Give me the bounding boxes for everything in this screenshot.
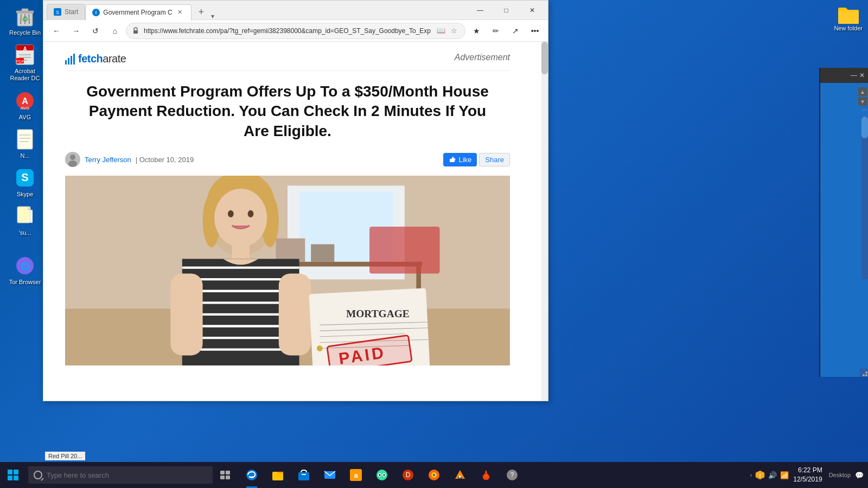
right-panel-close[interactable]: ✕ <box>859 72 865 79</box>
like-button[interactable]: Like <box>443 153 477 166</box>
daemon-icon: D <box>402 469 414 481</box>
lock-icon <box>132 27 139 35</box>
tripadvisor-icon <box>376 469 388 481</box>
svg-text:AVG: AVG <box>21 106 29 111</box>
scrollbar-thumb[interactable] <box>541 42 548 74</box>
vlc-icon: ▶ <box>454 469 466 481</box>
taskbar-app-mail[interactable] <box>317 462 343 488</box>
desktop-icon-recycle-bin[interactable]: ♻ Recycle Bin <box>5 5 44 36</box>
firefox-icon <box>428 469 440 481</box>
right-panel-header: — ✕ <box>820 68 868 83</box>
recycle-bin-label: Recycle Bin <box>9 29 41 36</box>
tab-start[interactable]: S Start <box>47 4 85 20</box>
maximize-button[interactable]: □ <box>494 2 519 19</box>
forward-button[interactable]: → <box>67 22 85 40</box>
article-container: fetcharate Advertisement Government Prog… <box>43 42 532 376</box>
share-icon[interactable]: ↗ <box>507 22 524 40</box>
address-bar[interactable]: 📖 ☆ <box>126 23 465 39</box>
resize-handle[interactable] <box>859 368 868 377</box>
taskbar-time[interactable]: 6:22 PM 12/5/2019 <box>793 466 822 484</box>
close-button[interactable]: ✕ <box>520 2 545 19</box>
svg-rect-88 <box>298 472 309 480</box>
desktop-icon-skype[interactable]: S Skype <box>5 167 44 198</box>
up-arrow[interactable]: ▲ <box>858 87 867 96</box>
task-view-button[interactable] <box>215 464 237 486</box>
share-button[interactable]: Share <box>479 153 510 166</box>
article-header: fetcharate Advertisement <box>65 53 510 65</box>
windows-logo-icon <box>8 470 18 480</box>
more-options-icon[interactable]: ··· <box>861 106 867 113</box>
thumbs-up-icon <box>449 156 456 163</box>
taskbar-app-vlc[interactable]: ▶ <box>447 462 473 488</box>
author-avatar <box>65 152 80 167</box>
system-tray-icons: › ! 🔊 📶 <box>750 470 789 480</box>
taskbar-app-tripadvisor[interactable] <box>369 462 395 488</box>
desktop-icon-acrobat[interactable]: A PDF Acrobat Reader DC <box>5 44 44 82</box>
svg-point-55 <box>248 210 254 217</box>
taskbar-app-explorer[interactable] <box>265 462 291 488</box>
nav-right-icons: ★ ✏ ↗ ••• <box>468 22 544 40</box>
tor-icon: 🌐 <box>14 255 36 277</box>
tor-label: Tor Browser <box>9 279 41 286</box>
svg-rect-47 <box>311 245 334 262</box>
taskbar-app-burn[interactable] <box>473 462 499 488</box>
govt-tab-close[interactable]: ✕ <box>176 8 184 17</box>
home-button[interactable]: ⌂ <box>106 22 124 40</box>
taskbar-app-daemon[interactable]: D <box>395 462 421 488</box>
svg-rect-89 <box>302 474 306 475</box>
article-date: | October 10, 2019 <box>136 156 194 164</box>
svg-point-102 <box>433 474 435 476</box>
desktop-icon-su-file[interactable]: 'su... <box>5 206 44 236</box>
generic-app-icon: ? <box>506 469 518 481</box>
back-button[interactable]: ← <box>48 22 65 40</box>
desktop-icon-new-folder[interactable]: New folder <box>834 5 863 31</box>
taskbar-search[interactable] <box>28 466 213 484</box>
explorer-icon <box>272 469 284 481</box>
acrobat-label: Acrobat Reader DC <box>5 68 44 82</box>
start-tab-favicon: S <box>54 8 61 16</box>
share-label: Share <box>485 156 504 164</box>
desktop-icon-tor[interactable]: 🌐 Tor Browser <box>5 255 44 286</box>
address-bar-icons: 📖 ☆ <box>436 25 459 36</box>
volume-icon[interactable]: 🔊 <box>768 471 777 479</box>
favorites-icon[interactable]: ★ <box>468 22 485 40</box>
taskbar-search-input[interactable] <box>47 471 207 479</box>
author-area: Terry Jefferson | October 10, 2019 <box>65 152 194 167</box>
down-arrow[interactable]: ▼ <box>858 97 867 106</box>
desktop-icon-notepad[interactable]: N... <box>5 129 44 159</box>
tray-expand-button[interactable]: › <box>750 472 752 478</box>
new-tab-button[interactable]: + <box>194 5 209 20</box>
minimize-button[interactable]: — <box>468 2 493 19</box>
browser-title-bar: S Start f Government Program C ✕ + ▾ <box>43 1 548 20</box>
edit-icon[interactable]: ✏ <box>487 22 505 40</box>
scrollbar-track[interactable] <box>541 42 548 401</box>
right-panel-minimize[interactable]: — <box>851 72 857 79</box>
task-view-icon <box>220 471 231 479</box>
taskbar-app-firefox[interactable] <box>421 462 447 488</box>
bookmark-icon[interactable]: ☆ <box>449 25 459 36</box>
desktop-show-button[interactable]: Desktop <box>827 472 851 478</box>
address-input[interactable] <box>144 27 431 35</box>
start-button[interactable] <box>0 462 26 488</box>
network-icon[interactable]: 📶 <box>780 471 789 479</box>
taskbar-app-store[interactable] <box>291 462 317 488</box>
right-panel-scrollbar-thumb[interactable] <box>861 117 868 138</box>
browser-content[interactable]: fetcharate Advertisement Government Prog… <box>43 42 548 401</box>
security-icon[interactable]: ! <box>755 470 765 480</box>
reader-view-icon[interactable]: 📖 <box>436 25 446 36</box>
logo-area: fetcharate <box>65 53 126 65</box>
svg-point-80 <box>863 374 865 376</box>
desktop-icon-avg[interactable]: A AVG AVG <box>5 90 44 121</box>
tab-govt[interactable]: f Government Program C ✕ <box>85 4 191 21</box>
tab-dropdown-button[interactable]: ▾ <box>211 12 214 20</box>
refresh-button[interactable]: ↺ <box>87 22 104 40</box>
notifications-icon[interactable]: 💬 <box>855 471 864 479</box>
su-file-label: 'su... <box>19 229 31 236</box>
taskbar-app-edge[interactable] <box>239 462 265 488</box>
taskbar-app-generic[interactable]: ? <box>499 462 525 488</box>
svg-text:A: A <box>23 46 27 52</box>
svg-rect-84 <box>220 476 225 479</box>
taskbar-app-amazon[interactable]: a <box>343 462 369 488</box>
more-options-button[interactable]: ••• <box>526 22 544 40</box>
time-display: 6:22 PM <box>793 466 822 475</box>
